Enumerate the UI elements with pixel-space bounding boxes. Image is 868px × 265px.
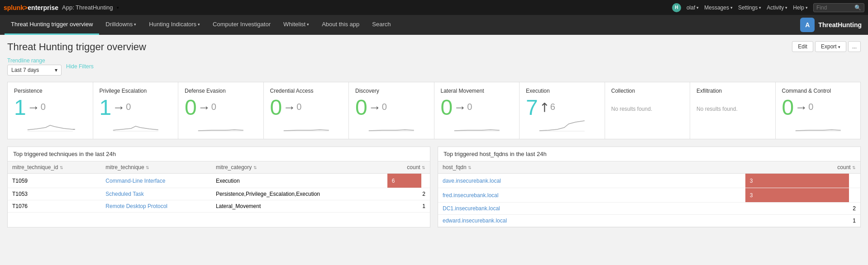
settings-menu[interactable]: Settings ▾ — [738, 5, 761, 11]
card-num-execution: 7 — [526, 97, 538, 118]
cell-count-1: 6 — [387, 174, 430, 188]
cell-host-4[interactable]: edward.insecurebank.local — [438, 215, 745, 227]
cell-host-1[interactable]: dave.insecurebank.local — [438, 174, 745, 188]
card-title-c2: Command & Control — [782, 88, 854, 94]
card-collection: Collection No results found. — [605, 82, 691, 139]
cell-id-2: T1053 — [8, 188, 101, 200]
card-arrow-c2: → — [795, 101, 807, 114]
card-num-persistence: 1 — [14, 97, 26, 118]
cell-host-2[interactable]: fred.insecurebank.local — [438, 188, 745, 203]
top-nav-left: splunk>enterprise App: ThreatHunting ▾ — [4, 4, 119, 11]
hosts-table-title: Top triggered host_fqdns in the last 24h — [438, 147, 860, 161]
edit-button[interactable]: Edit — [792, 41, 813, 52]
trendline-select[interactable]: Last 7 days ▾ — [7, 65, 62, 76]
export-button[interactable]: Export ▾ — [815, 41, 846, 52]
app-brand: A ThreatHunting — [794, 18, 868, 32]
cell-hostcount-4: 1 — [745, 215, 860, 227]
techniques-table-block: Top triggered techniques in the last 24h… — [7, 147, 430, 227]
card-num-c2: 0 — [782, 97, 794, 118]
card-subnum-privilege: 0 — [126, 102, 131, 111]
sparkline-defense — [185, 118, 257, 132]
card-exfiltration: Exfiltration No results found. — [690, 82, 776, 139]
sparkline-c2 — [782, 118, 854, 132]
cell-technique-1[interactable]: Command-Line Interface — [101, 174, 211, 188]
card-noresults-exfiltration: No results found. — [696, 97, 769, 112]
card-arrow-discovery: → — [368, 101, 381, 114]
nav-item-about[interactable]: About this app — [315, 15, 366, 35]
cell-id-1: T1059 — [8, 174, 101, 188]
table-row: fred.insecurebank.local 3 — [438, 188, 860, 203]
nav-item-hunting[interactable]: Hunting Indicators ▾ — [143, 15, 206, 35]
card-lateral: Lateral Movement 0 → 0 — [434, 82, 520, 139]
nav-item-search[interactable]: Search — [366, 15, 397, 35]
cell-technique-3[interactable]: Remote Desktop Protocol — [101, 200, 211, 213]
sparkline-credential — [270, 118, 343, 132]
cell-technique-2[interactable]: Scheduled Task — [101, 188, 211, 200]
tables-section: Top triggered techniques in the last 24h… — [7, 147, 861, 227]
card-subnum-credential: 0 — [296, 102, 301, 111]
col-count[interactable]: count ⇅ — [387, 161, 430, 174]
card-arrow-privilege: → — [112, 101, 125, 114]
find-box[interactable]: 🔍 — [813, 3, 864, 12]
card-arrow-persistence: → — [27, 101, 40, 114]
card-subnum-discovery: 0 — [382, 102, 387, 111]
cell-count-2: 2 — [387, 188, 430, 200]
nav-item-overview[interactable]: Threat Hunting trigger overview — [5, 15, 99, 35]
table-row: DC1.insecurebank.local 2 — [438, 203, 860, 215]
card-title-execution: Execution — [526, 88, 598, 94]
cell-count-3: 1 — [387, 200, 430, 213]
card-arrow-lateral: → — [453, 101, 466, 114]
sparkline-lateral — [441, 118, 513, 132]
card-num-privilege: 1 — [100, 97, 112, 118]
cell-category-2: Persistence,Privilege_Escalation,Executi… — [211, 188, 387, 200]
page-content: Threat Hunting trigger overview Edit Exp… — [0, 35, 868, 234]
card-title-defense: Defense Evasion — [185, 88, 257, 94]
more-button[interactable]: ... — [848, 41, 861, 52]
col-host-fqdn[interactable]: host_fqdn ⇅ — [438, 161, 745, 174]
col-host-count[interactable]: count ⇅ — [745, 161, 860, 174]
user-avatar: H — [672, 3, 681, 12]
app-name-caret[interactable]: ▾ — [117, 5, 119, 10]
card-num-defense: 0 — [185, 97, 197, 118]
card-title-exfiltration: Exfiltration — [696, 88, 769, 94]
card-title-discovery: Discovery — [355, 88, 428, 94]
card-noresults-collection: No results found. — [611, 97, 684, 112]
card-title-privilege: Privilege Escalation — [100, 88, 172, 94]
messages-menu[interactable]: Messages ▾ — [704, 5, 733, 11]
page-actions: Edit Export ▾ ... — [792, 41, 861, 52]
sparkline-execution — [526, 118, 598, 132]
find-input[interactable] — [816, 5, 853, 11]
hosts-table-block: Top triggered host_fqdns in the last 24h… — [438, 147, 861, 227]
cell-hostcount-2: 3 — [745, 188, 860, 203]
card-title-lateral: Lateral Movement — [441, 88, 513, 94]
card-subnum-lateral: 0 — [467, 102, 472, 111]
card-credential: Credential Access 0 → 0 — [264, 82, 349, 139]
col-mitre-technique[interactable]: mitre_technique ⇅ — [101, 161, 211, 174]
col-mitre-category[interactable]: mitre_category ⇅ — [211, 161, 387, 174]
app-nav-left: Threat Hunting trigger overview Drilldow… — [5, 15, 397, 35]
table-row: T1053 Scheduled Task Persistence,Privile… — [8, 188, 430, 200]
chevron-down-icon: ▾ — [55, 67, 57, 73]
card-num-lateral: 0 — [441, 97, 453, 118]
card-subnum-defense: 0 — [211, 102, 216, 111]
hide-filters-link[interactable]: Hide Filters — [66, 63, 94, 70]
techniques-table-title: Top triggered techniques in the last 24h — [8, 147, 430, 161]
col-mitre-id[interactable]: mitre_technique_id ⇅ — [8, 161, 101, 174]
app-name-label[interactable]: App: ThreatHunting — [62, 4, 113, 11]
cell-category-1: Execution — [211, 174, 387, 188]
activity-menu[interactable]: Activity ▾ — [767, 5, 787, 11]
card-title-credential: Credential Access — [270, 88, 343, 94]
page-header: Threat Hunting trigger overview Edit Exp… — [7, 41, 861, 53]
filters-row: Trendline range Last 7 days ▾ Hide Filte… — [7, 57, 861, 76]
search-icon: 🔍 — [854, 5, 861, 11]
nav-item-drilldowns[interactable]: Drilldowns ▾ — [99, 15, 143, 35]
user-menu[interactable]: olaf ▾ — [687, 5, 699, 11]
nav-item-whitelist[interactable]: Whitelist ▾ — [277, 15, 315, 35]
card-title-persistence: Persistence — [14, 88, 86, 94]
cell-hostcount-3: 2 — [745, 203, 860, 215]
cell-host-3[interactable]: DC1.insecurebank.local — [438, 203, 745, 215]
filter-group: Trendline range Last 7 days ▾ — [7, 57, 62, 76]
app-nav: Threat Hunting trigger overview Drilldow… — [0, 15, 868, 35]
nav-item-computer[interactable]: Computer Investigator — [206, 15, 277, 35]
help-menu[interactable]: Help ▾ — [793, 5, 808, 11]
